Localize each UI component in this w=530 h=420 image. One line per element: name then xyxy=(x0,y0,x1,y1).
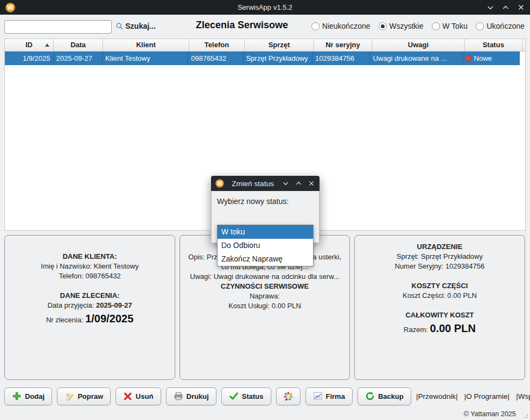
radio-icon xyxy=(379,22,387,30)
status-option-zakoncz-naprawe[interactable]: Zakończ Naprawę xyxy=(218,252,313,266)
link-przewodnik[interactable]: |Przewodnik| xyxy=(416,392,458,400)
cell-sprzet[interactable]: Sprzęt Przykładowy xyxy=(244,52,312,65)
dialog-close-button[interactable] xyxy=(308,180,315,187)
copyright-text: © Yattaman 2025 xyxy=(464,410,516,418)
link-wsparcie[interactable]: |Wsparcie| xyxy=(516,392,530,400)
chevron-down-icon xyxy=(283,181,289,186)
total-line: Razem: 0.00 PLN xyxy=(355,322,525,335)
filter-radio-wszystkie[interactable]: Wszystkie xyxy=(379,22,424,30)
client-phone-line: Telefon: 098765432 xyxy=(5,271,175,281)
button-label: Popraw xyxy=(78,392,103,400)
company-button[interactable]: Firma xyxy=(305,387,353,405)
cell-id[interactable]: 1/9/2025 xyxy=(5,52,54,65)
column-header-nr-seryjny[interactable]: Nr seryjny xyxy=(314,39,372,51)
refresh-arrows-icon xyxy=(365,391,375,401)
chevron-up-icon xyxy=(296,181,302,186)
chart-icon xyxy=(313,391,323,401)
color-palette-icon xyxy=(283,391,293,402)
device-sprzet-line: Sprzęt: Sprzęt Przykładowy xyxy=(355,252,525,262)
page-title: Zlecenia Serwisowe xyxy=(163,20,321,31)
backup-button[interactable]: Backup xyxy=(357,387,411,405)
service-actions-heading: CZYNNOŚCI SERWISOWE xyxy=(180,282,349,291)
footer-links: |Przewodnik| |O Programie| |Wsparcie| xyxy=(416,392,530,400)
window-maximize-button[interactable] xyxy=(502,4,509,11)
status-option-w-toku[interactable]: W toku xyxy=(218,225,313,239)
window-title: SerwisApp v1.5.2 xyxy=(0,3,530,11)
filter-radio-ukonczone[interactable]: Ukończone xyxy=(476,22,525,30)
column-header-data[interactable]: Data xyxy=(54,39,103,51)
device-panel: URZĄDZENIE Sprzęt: Sprzęt Przykładowy Nu… xyxy=(354,235,525,380)
dialog-titlebar[interactable]: W Zmień status xyxy=(211,176,320,191)
delete-button[interactable]: Usuń xyxy=(116,387,161,405)
table-row[interactable]: 1/9/2025 2025-09-27 Klient Testowy 09876… xyxy=(5,52,525,65)
column-header-klient[interactable]: Klient xyxy=(103,39,189,51)
window-titlebar[interactable]: W SerwisApp v1.5.2 xyxy=(0,0,530,15)
plus-icon xyxy=(12,391,22,401)
column-header-uwagi[interactable]: Uwagi xyxy=(372,39,465,51)
total-value: 0.00 PLN xyxy=(430,322,475,334)
table-header-gutter xyxy=(522,39,525,51)
column-header-id[interactable]: ID xyxy=(5,39,54,51)
status-button[interactable]: Status xyxy=(221,387,271,405)
filter-label: Wszystkie xyxy=(389,22,424,30)
filter-label: Nieukończone xyxy=(322,22,371,30)
parts-cost-line: Koszt Części: 0.00 PLN xyxy=(355,291,525,301)
filter-label: Ukończone xyxy=(487,22,525,30)
dialog-maximize-button[interactable] xyxy=(295,180,302,187)
table-header-row: ID Data Klient Telefon Sprzęt Nr seryjny… xyxy=(5,39,525,52)
dialog-shade-button[interactable] xyxy=(282,180,289,187)
order-number-value: 1/09/2025 xyxy=(85,313,133,324)
radio-icon xyxy=(432,22,440,30)
filter-radio-nieukonczone[interactable]: Nieukończone xyxy=(311,22,371,30)
filter-label: W Toku xyxy=(443,22,468,30)
radio-icon xyxy=(476,22,484,30)
dialog-label: Wybierz nowy status: xyxy=(217,196,314,206)
cell-status[interactable]: Nowe xyxy=(463,52,520,65)
button-label: Status xyxy=(242,392,264,400)
edit-button[interactable]: Popraw xyxy=(57,387,111,405)
red-x-icon xyxy=(123,392,132,401)
link-o-programie[interactable]: |O Programie| xyxy=(464,392,510,400)
naprawa-line: Naprawa: xyxy=(180,291,349,301)
resize-grip[interactable] xyxy=(522,412,528,418)
chevron-down-icon xyxy=(487,5,494,10)
add-button[interactable]: Dodaj xyxy=(4,387,52,405)
order-number-line: Nr zlecenia: 1/09/2025 xyxy=(5,313,175,325)
cell-nr-seryjny[interactable]: 1029384756 xyxy=(312,52,370,65)
colors-button[interactable] xyxy=(276,387,301,405)
order-data-heading: DANE ZLECENIA: xyxy=(5,291,175,301)
column-header-status[interactable]: Status xyxy=(465,39,522,51)
filter-radio-w-toku[interactable]: W Toku xyxy=(432,22,468,30)
cell-data[interactable]: 2025-09-27 xyxy=(54,52,103,65)
app-logo-icon: W xyxy=(5,3,15,12)
cell-klient[interactable]: Klient Testowy xyxy=(103,52,188,65)
status-option-do-odbioru[interactable]: Do Odbioru xyxy=(218,239,313,252)
dialog-controls xyxy=(282,180,315,187)
parts-cost-heading: KOSZTY CZĘŚCI xyxy=(355,281,525,291)
order-date-line: Data przyjęcia: 2025-09-27 xyxy=(5,301,175,310)
dialog-title: Zmień status xyxy=(224,180,282,188)
green-check-icon xyxy=(229,391,239,401)
cell-telefon[interactable]: 098765432 xyxy=(188,52,243,65)
sort-ascending-icon xyxy=(45,43,49,47)
button-label: Firma xyxy=(326,392,345,400)
uwagi-text: Uwagi: Uwagi drukowane na odcinku dla se… xyxy=(186,272,344,282)
search-button[interactable]: Szukaj... xyxy=(116,22,156,30)
status-new-dot-icon xyxy=(465,55,471,61)
print-button[interactable]: Drukuj xyxy=(166,387,216,405)
client-panel-heading: DANE KLIENTA: xyxy=(5,252,175,262)
button-label: Usuń xyxy=(136,392,154,400)
change-status-dialog: W Zmień status Wybierz nowy status: W to… xyxy=(211,176,320,243)
top-bar: Szukaj... Zlecenia Serwisowe Nieukończon… xyxy=(0,15,530,39)
window-shade-button[interactable] xyxy=(487,4,494,11)
total-cost-heading: CAŁKOWITY KOSZT xyxy=(355,310,525,320)
status-options-list: W toku Do Odbioru Zakończ Naprawę xyxy=(217,225,314,266)
button-label: Backup xyxy=(378,392,404,400)
search-input[interactable] xyxy=(4,20,112,34)
column-header-sprzet[interactable]: Sprzęt xyxy=(245,39,314,51)
window-close-button[interactable] xyxy=(517,4,525,11)
bottom-toolbar: Dodaj Popraw Usuń Drukuj Status Firma xyxy=(0,387,530,405)
cell-gutter xyxy=(520,52,525,65)
cell-uwagi[interactable]: Uwagi drukowane na ... xyxy=(370,52,462,65)
column-header-telefon[interactable]: Telefon xyxy=(189,39,245,51)
